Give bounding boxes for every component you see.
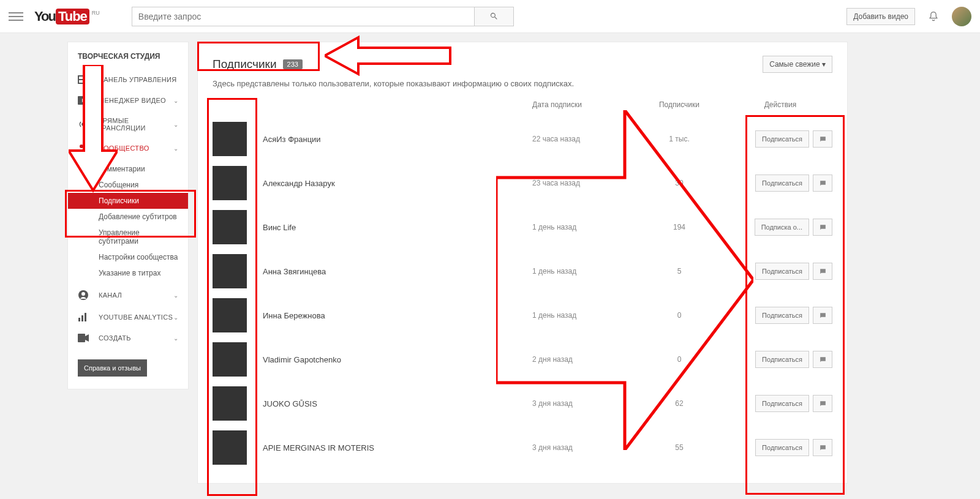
subscriber-avatar[interactable]: [213, 298, 247, 332]
sort-dropdown[interactable]: Самые свежие ▾: [763, 56, 832, 73]
subscribe-button[interactable]: Подписаться: [755, 351, 809, 368]
col-date-header: Дата подписки: [532, 100, 630, 109]
logo-text-left: You: [34, 9, 55, 24]
upload-button[interactable]: Добавить видео: [846, 8, 915, 25]
subscriber-avatar[interactable]: [213, 254, 247, 288]
chevron-down-icon: ⌄: [173, 335, 178, 342]
svg-rect-2: [84, 77, 88, 79]
hamburger-icon[interactable]: [9, 9, 23, 24]
sidebar-item-label: СООБЩЕСТВО: [99, 144, 149, 152]
svg-point-6: [82, 123, 85, 126]
svg-rect-13: [85, 313, 86, 321]
analytics-icon: [78, 313, 91, 321]
subscription-date: 3 дня назад: [532, 399, 630, 408]
sub-messages[interactable]: Сообщения: [68, 177, 188, 193]
col-actions-header: Действия: [728, 100, 832, 109]
page-title-text: Подписчики: [213, 58, 277, 71]
message-button[interactable]: [813, 395, 832, 412]
message-button[interactable]: [813, 351, 832, 368]
message-button[interactable]: [813, 439, 832, 456]
table-row: Винс Life1 день назад194Подписка о...: [213, 205, 832, 249]
subscriber-count: 30: [630, 179, 728, 187]
subscribe-button[interactable]: Подписаться: [755, 395, 809, 412]
subscription-date: 3 дня назад: [532, 443, 630, 452]
sidebar: ТВОРЧЕСКАЯ СТУДИЯ ПАНЕЛЬ УПРАВЛЕНИЯ МЕНЕ…: [67, 42, 189, 389]
table-header: Дата подписки Подписчики Действия: [213, 100, 832, 117]
subscriber-name[interactable]: Александр Назарук: [263, 179, 532, 188]
sidebar-item-label: ПРЯМЫЕ ТРАНСЛЯЦИИ: [97, 117, 173, 132]
table-row: Vladimir Gapotchenko2 дня назад0Подписат…: [213, 337, 832, 381]
subscriber-avatar[interactable]: [213, 386, 247, 421]
dashboard-icon: [78, 75, 91, 84]
sidebar-item-label: КАНАЛ: [99, 291, 122, 299]
notifications-icon[interactable]: [927, 10, 940, 23]
subscribe-button[interactable]: Подписаться: [755, 174, 809, 192]
svg-rect-14: [78, 334, 85, 342]
help-feedback-button[interactable]: Справка и отзывы: [78, 359, 147, 377]
sidebar-item-create[interactable]: СОЗДАТЬ ⌄: [68, 328, 188, 348]
subscriber-avatar[interactable]: [213, 122, 247, 156]
create-icon: [78, 334, 91, 342]
message-icon: [819, 135, 827, 143]
subscribe-button[interactable]: Подписаться: [755, 130, 809, 148]
sidebar-item-label: YOUTUBE ANALYTICS: [99, 313, 173, 321]
sidebar-item-label: МЕНЕДЖЕР ВИДЕО: [99, 97, 166, 104]
youtube-logo[interactable]: You Tube RU: [34, 9, 100, 24]
message-button[interactable]: [813, 130, 832, 148]
subscribe-button[interactable]: Подписаться: [755, 439, 809, 456]
subscriber-name[interactable]: Винс Life: [263, 223, 532, 232]
subscriber-name[interactable]: Vladimir Gapotchenko: [263, 355, 532, 364]
search-button[interactable]: [475, 7, 514, 26]
subscriber-name[interactable]: JUOKO GŪSIS: [263, 399, 532, 408]
svg-rect-11: [78, 318, 80, 321]
message-button[interactable]: [813, 219, 832, 236]
svg-point-10: [81, 292, 85, 296]
table-row: Анна Звягинцева1 день назад5Подписаться: [213, 249, 832, 293]
col-subs-header: Подписчики: [630, 100, 728, 109]
sidebar-item-channel[interactable]: КАНАЛ ⌄: [68, 283, 188, 307]
sub-subscribers[interactable]: Подписчики: [68, 193, 188, 209]
message-button[interactable]: [813, 263, 832, 280]
subscriber-count-badge: 233: [283, 59, 303, 69]
subscriber-name[interactable]: APIE MERGINAS IR MOTERIS: [263, 443, 532, 452]
search-input[interactable]: [132, 7, 475, 26]
sidebar-item-community[interactable]: СООБЩЕСТВО ⌄: [68, 138, 188, 159]
subscriber-avatar[interactable]: [213, 210, 247, 244]
main-content: Подписчики 233 Самые свежие ▾ Здесь пред…: [197, 42, 848, 484]
subscribe-button[interactable]: Подписаться: [755, 307, 809, 324]
chevron-down-icon: ⌄: [173, 292, 178, 299]
user-avatar[interactable]: [952, 7, 971, 26]
sub-manage-captions[interactable]: Управление субтитрами: [68, 225, 188, 249]
sidebar-item-dashboard[interactable]: ПАНЕЛЬ УПРАВЛЕНИЯ: [68, 69, 188, 90]
sidebar-item-video-manager[interactable]: МЕНЕДЖЕР ВИДЕО ⌄: [68, 90, 188, 111]
sub-community-settings[interactable]: Настройки сообщества: [68, 249, 188, 265]
community-icon: [78, 144, 91, 152]
message-button[interactable]: [813, 174, 832, 192]
subscriber-count: 55: [630, 443, 728, 452]
svg-point-8: [84, 146, 87, 149]
message-icon: [819, 179, 827, 187]
subscriber-name[interactable]: АсяИз Франции: [263, 135, 532, 144]
sub-comments[interactable]: Комментарии: [68, 161, 188, 177]
sidebar-item-label: СОЗДАТЬ: [99, 334, 131, 342]
subscribe-button[interactable]: Подписка о...: [755, 219, 809, 236]
table-row: JUOKO GŪSIS3 дня назад62Подписаться: [213, 381, 832, 426]
sidebar-item-analytics[interactable]: YOUTUBE ANALYTICS ⌄: [68, 307, 188, 328]
sub-add-captions[interactable]: Добавление субтитров: [68, 209, 188, 225]
subscriber-name[interactable]: Анна Звягинцева: [263, 267, 532, 276]
subscribe-button[interactable]: Подписаться: [755, 263, 809, 280]
live-icon: [78, 120, 90, 129]
svg-rect-3: [79, 80, 88, 83]
subscriber-avatar[interactable]: [213, 430, 247, 465]
message-button[interactable]: [813, 307, 832, 324]
community-submenu: Комментарии Сообщения Подписчики Добавле…: [68, 159, 188, 283]
page-subtitle: Здесь представлены только пользователи, …: [213, 79, 832, 88]
page-title: Подписчики 233: [213, 58, 303, 71]
subscriber-avatar[interactable]: [213, 166, 247, 200]
search-icon: [489, 12, 499, 21]
chevron-down-icon: ⌄: [173, 145, 178, 152]
subscriber-name[interactable]: Инна Бережнова: [263, 311, 532, 320]
sidebar-item-live[interactable]: ПРЯМЫЕ ТРАНСЛЯЦИИ ⌄: [68, 111, 188, 138]
subscriber-avatar[interactable]: [213, 342, 247, 377]
sub-credits[interactable]: Указание в титрах: [68, 265, 188, 281]
